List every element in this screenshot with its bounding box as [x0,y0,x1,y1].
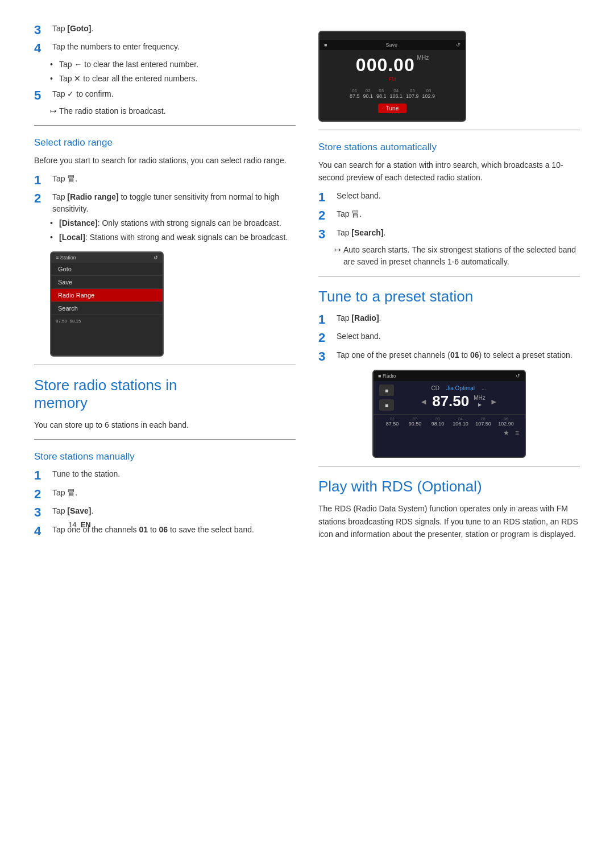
right-column: ■ Save ↺ 000.00 MHzFM 0187.5 0290.1 [318,23,580,546]
divider-right-2 [318,276,580,276]
tune-step-2: 2 Select band. [318,330,580,345]
manual-step-1-num: 1 [34,468,50,483]
frequency-number: 000.00 [356,55,415,75]
radio-range-label: [Radio range] [67,192,118,201]
divider-right-1 [318,130,580,130]
channel-06: 06 [159,525,168,534]
channel-01: 01 [139,525,148,534]
arrow-right: ► [490,397,498,406]
save-label: [Save] [67,506,91,515]
tune-button: Tune [378,104,406,113]
menu-item-save: Save [51,276,163,289]
auto-step-1-text: Select band. [337,190,580,202]
preset-bottom-icons: ★ ≡ [374,427,525,439]
manual-step-4-num: 4 [34,524,50,539]
tune-step-3-num: 3 [318,349,334,364]
preset-top-bar: ■ Radio ↺ [374,371,525,381]
range-step-1: 1 Tap 冒. [34,173,296,188]
preset-channels-row: 0187.50 0290.50 0398.10 04106.10 05107.5… [374,414,525,427]
ch-03: 0398.10 [428,417,448,427]
range-step-2-text: Tap [Radio range] to toggle tuner sensit… [52,191,296,215]
manual-step-3: 3 Tap [Save]. [34,505,296,520]
freq-display: 000.00 MHzFM [356,55,429,85]
select-radio-range-body: Before you start to search for radio sta… [34,154,296,167]
auto-step-3: 3 Tap [Search]. Auto search starts. The … [318,227,580,268]
ch-02: 0290.50 [405,417,425,427]
auto-step-2-text: Tap 冒. [337,208,580,220]
preset-ch-06: 06 [470,350,479,359]
step-5-text: Tap ✓ to confirm. [52,88,296,100]
screen-top-right: ↺ [456,42,460,48]
preset-106: 04106.1 [390,88,403,99]
preset-top-left: ■ Radio [378,373,396,379]
menu-icon: ≡ [515,429,519,437]
step-4-sublist: Tap ← to clear the last entered number. … [50,59,296,85]
arrow-left: ◄ [420,397,428,406]
manual-step-3-num: 3 [34,505,50,520]
menu-screen-header: ≡ Station ↺ [51,253,163,263]
page-lang: EN [81,520,91,529]
step-3-num: 3 [34,23,50,38]
search-label: [Search] [351,228,383,237]
preset-87: 0187.5 [350,88,360,99]
preset-102: 06102.9 [422,88,435,99]
tune-step-3-text: Tap one of the preset channels (01 to 06… [337,349,580,361]
menu-bottom-text: 87.50 98.15 [56,319,81,324]
auto-step-1-num: 1 [318,190,334,205]
preset-ch-01: 01 [450,350,459,359]
range-step-2-num: 2 [34,191,50,206]
auto-step-2: 2 Tap 冒. [318,208,580,223]
preset-90: 0290.1 [363,88,373,99]
auto-step-3-arrow: Auto search starts. The six strongest st… [334,244,580,268]
step-3-block: 3 Tap [Goto]. [34,23,296,38]
menu-item-goto: Goto [51,263,163,276]
manual-step-2-num: 2 [34,487,50,502]
auto-step-2-num: 2 [318,208,334,223]
distance-label: [Distance] [59,218,98,228]
menu-header-left: ≡ Station [56,255,76,261]
step-4-text: Tap the numbers to enter frequency. [52,41,296,53]
source-cd: CD [432,385,439,391]
divider-right-3 [318,466,580,466]
divider-1 [34,125,296,126]
store-manually-title: Store stations manually [34,448,296,462]
tune-step-1-num: 1 [318,312,334,327]
main-freq-unit: MHz▶ [474,395,486,407]
band-icon-bottom: ■ [379,399,394,411]
band-icon-top: ■ [379,385,394,396]
menu-header-right: ↺ [154,255,158,261]
tune-preset-title: Tune to a preset station [318,284,580,305]
play-rds-body: The RDS (Radio Data System) function ope… [318,502,580,540]
step-3-text: Tap [Goto]. [52,23,296,35]
range-local: [Local]: Stations with strong and weak s… [50,232,296,243]
step-5-block: 5 Tap ✓ to confirm. The radio station is… [34,88,296,117]
store-radio-body: You can store up to 6 stations in each b… [34,419,296,431]
step-5-num: 5 [34,88,50,103]
step-5-arrow: The radio station is broadcast. [50,105,296,117]
range-distance: [Distance]: Only stations with strong si… [50,217,296,229]
manual-step-1: 1 Tune to the station. [34,468,296,483]
frequency-screen: ■ Save ↺ 000.00 MHzFM 0187.5 0290.1 [318,31,466,122]
store-auto-body: You can search for a station with intro … [318,159,580,184]
auto-step-3-num: 3 [318,227,334,242]
source-dots: ... [482,385,486,391]
tune-step-1-text: Tap [Radio]. [337,312,580,324]
station-name: Jia Optimal [446,385,475,391]
preset-98: 0398.1 [376,88,387,99]
menu-item-radio-range: Radio Range [51,289,163,302]
range-step-2-sublist: [Distance]: Only stations with strong si… [50,217,296,243]
ch-05: 05107.50 [473,417,493,427]
store-auto-title: Store stations automatically [318,138,580,153]
star-icon: ★ [503,429,509,437]
step-4-sub2: Tap ✕ to clear all the entered numbers. [50,73,296,85]
preset-top-right: ↺ [516,373,520,379]
select-radio-range-title: Select radio range [34,134,296,148]
step-4-sub1: Tap ← to clear the last entered number. [50,59,296,71]
step-4-num: 4 [34,41,50,56]
menu-screen: ≡ Station ↺ Goto Save Radio Range Search… [50,251,164,357]
tune-step-1: 1 Tap [Radio]. [318,312,580,327]
tune-step-3: 3 Tap one of the preset channels (01 to … [318,349,580,364]
screen-top-left: ■ [324,42,327,48]
ch-04: 04106.10 [450,417,471,427]
page-num-value: 14 [68,520,76,529]
